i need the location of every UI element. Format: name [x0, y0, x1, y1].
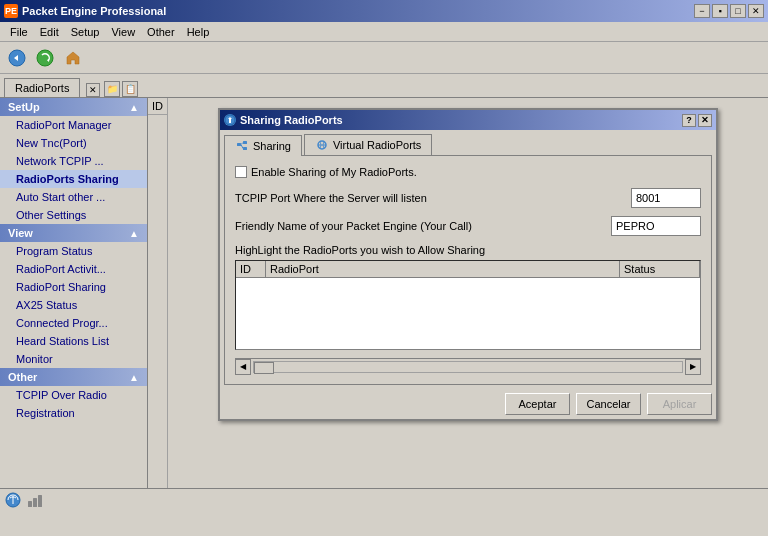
toolbar-refresh-button[interactable] [32, 45, 58, 71]
dialog-title-buttons: ? ✕ [682, 114, 712, 127]
enable-sharing-label: Enable Sharing of My RadioPorts. [251, 166, 417, 178]
tcpip-port-input[interactable] [631, 188, 701, 208]
window-controls: − ▪ □ ✕ [694, 4, 764, 18]
toolbar-home-button[interactable] [60, 45, 86, 71]
toolbar [0, 42, 768, 74]
sidebar-item-radioports-sharing[interactable]: RadioPorts Sharing [0, 170, 147, 188]
dialog-icon [224, 114, 236, 126]
toolbar-back-button[interactable] [4, 45, 30, 71]
friendly-name-input[interactable] [611, 216, 701, 236]
status-bar [0, 488, 768, 510]
dialog-tab-strip: Sharing Virtual RadioPorts [220, 130, 716, 155]
restore-button[interactable]: ▪ [712, 4, 728, 18]
sidebar: SetUp ▲ RadioPort Manager New Tnc(Port) … [0, 98, 148, 488]
table-header-status: Status [620, 261, 700, 277]
sidebar-item-radioport-manager[interactable]: RadioPort Manager [0, 116, 147, 134]
tab-nav-button[interactable]: 📋 [122, 81, 138, 97]
dialog-close-button[interactable]: ✕ [698, 114, 712, 127]
enable-sharing-checkbox[interactable] [235, 166, 247, 178]
scrollbar-left-arrow[interactable]: ◀ [235, 359, 251, 375]
aceptar-button[interactable]: Aceptar [505, 393, 570, 415]
table-header-radioport: RadioPort [266, 261, 620, 277]
dialog-tab-virtual-radioports[interactable]: Virtual RadioPorts [304, 134, 432, 155]
sidebar-item-ax25-status[interactable]: AX25 Status [0, 296, 147, 314]
menu-bar: File Edit Setup View Other Help [0, 22, 768, 42]
content-area: Sharing RadioPorts ? ✕ [168, 98, 768, 488]
tab-radioports[interactable]: RadioPorts [4, 78, 80, 97]
menu-help[interactable]: Help [181, 24, 216, 40]
dialog-title-text: Sharing RadioPorts [240, 114, 343, 126]
app-icon: PE [4, 4, 18, 18]
sidebar-item-radioport-sharing-view[interactable]: RadioPort Sharing [0, 278, 147, 296]
menu-view[interactable]: View [105, 24, 141, 40]
table-body [236, 278, 700, 343]
scrollbar-thumb[interactable] [254, 362, 274, 374]
status-icon-1 [4, 491, 22, 509]
sidebar-item-network-tcpip[interactable]: Network TCPIP ... [0, 152, 147, 170]
table-header: ID RadioPort Status [236, 261, 700, 278]
cancelar-button[interactable]: Cancelar [576, 393, 641, 415]
dialog-title-left: Sharing RadioPorts [224, 114, 343, 126]
menu-other[interactable]: Other [141, 24, 181, 40]
app-title: Packet Engine Professional [22, 5, 166, 17]
sidebar-item-radioport-activity[interactable]: RadioPort Activit... [0, 260, 147, 278]
sidebar-item-tcpip-over-radio[interactable]: TCPIP Over Radio [0, 386, 147, 404]
sidebar-section-view[interactable]: View ▲ [0, 224, 147, 242]
enable-sharing-row: Enable Sharing of My RadioPorts. [235, 166, 701, 178]
setup-expand-icon: ▲ [129, 102, 139, 113]
menu-setup[interactable]: Setup [65, 24, 106, 40]
dialog-buttons: Aceptar Cancelar Aplicar [220, 385, 716, 419]
svg-rect-5 [243, 147, 247, 150]
title-bar-left: PE Packet Engine Professional [4, 4, 166, 18]
sidebar-item-auto-start[interactable]: Auto Start other ... [0, 188, 147, 206]
dialog-title-bar: Sharing RadioPorts ? ✕ [220, 110, 716, 130]
friendly-name-label: Friendly Name of your Packet Engine (You… [235, 220, 611, 232]
sidebar-item-program-status[interactable]: Program Status [0, 242, 147, 260]
minimize-button[interactable]: − [694, 4, 710, 18]
sidebar-section-setup[interactable]: SetUp ▲ [0, 98, 147, 116]
svg-rect-13 [33, 498, 37, 507]
scrollbar-track[interactable] [253, 361, 683, 373]
svg-point-1 [37, 50, 53, 66]
id-column: ID [148, 98, 168, 488]
title-bar: PE Packet Engine Professional − ▪ □ ✕ [0, 0, 768, 22]
tcpip-port-label: TCPIP Port Where the Server will listen [235, 192, 631, 204]
svg-rect-4 [243, 141, 247, 144]
id-column-header: ID [148, 98, 167, 115]
menu-file[interactable]: File [4, 24, 34, 40]
close-button[interactable]: ✕ [748, 4, 764, 18]
sidebar-item-connected-programs[interactable]: Connected Progr... [0, 314, 147, 332]
radioports-table-container: ID RadioPort Status [235, 260, 701, 350]
sidebar-section-other[interactable]: Other ▲ [0, 368, 147, 386]
sidebar-item-new-tnc[interactable]: New Tnc(Port) [0, 134, 147, 152]
scrollbar-right-arrow[interactable]: ▶ [685, 359, 701, 375]
tab-strip: RadioPorts ✕ 📁 📋 [0, 74, 768, 98]
tcpip-port-row: TCPIP Port Where the Server will listen [235, 188, 701, 208]
tab-close-button[interactable]: ✕ [86, 83, 100, 97]
sidebar-item-registration[interactable]: Registration [0, 404, 147, 422]
highlight-label: HighLight the RadioPorts you wish to All… [235, 244, 701, 256]
sidebar-item-other-settings[interactable]: Other Settings [0, 206, 147, 224]
main-layout: SetUp ▲ RadioPort Manager New Tnc(Port) … [0, 98, 768, 488]
aplicar-button[interactable]: Aplicar [647, 393, 712, 415]
menu-edit[interactable]: Edit [34, 24, 65, 40]
virtual-radioports-tab-icon [315, 138, 329, 152]
sidebar-item-heard-stations[interactable]: Heard Stations List [0, 332, 147, 350]
view-expand-icon: ▲ [129, 228, 139, 239]
dialog-tab-sharing[interactable]: Sharing [224, 135, 302, 156]
table-scrollbar[interactable]: ◀ ▶ [235, 358, 701, 374]
maximize-button[interactable]: □ [730, 4, 746, 18]
sharing-tab-icon [235, 139, 249, 153]
dialog-content: Enable Sharing of My RadioPorts. TCPIP P… [224, 155, 712, 385]
friendly-name-row: Friendly Name of your Packet Engine (You… [235, 216, 701, 236]
sidebar-item-monitor[interactable]: Monitor [0, 350, 147, 368]
other-expand-icon: ▲ [129, 372, 139, 383]
svg-rect-3 [237, 143, 241, 146]
sharing-radioports-dialog: Sharing RadioPorts ? ✕ [218, 108, 718, 421]
dialog-help-button[interactable]: ? [682, 114, 696, 127]
status-icon-2 [26, 491, 44, 509]
svg-rect-12 [28, 501, 32, 507]
tab-add-button[interactable]: 📁 [104, 81, 120, 97]
svg-rect-14 [38, 495, 42, 507]
svg-line-7 [241, 145, 243, 149]
